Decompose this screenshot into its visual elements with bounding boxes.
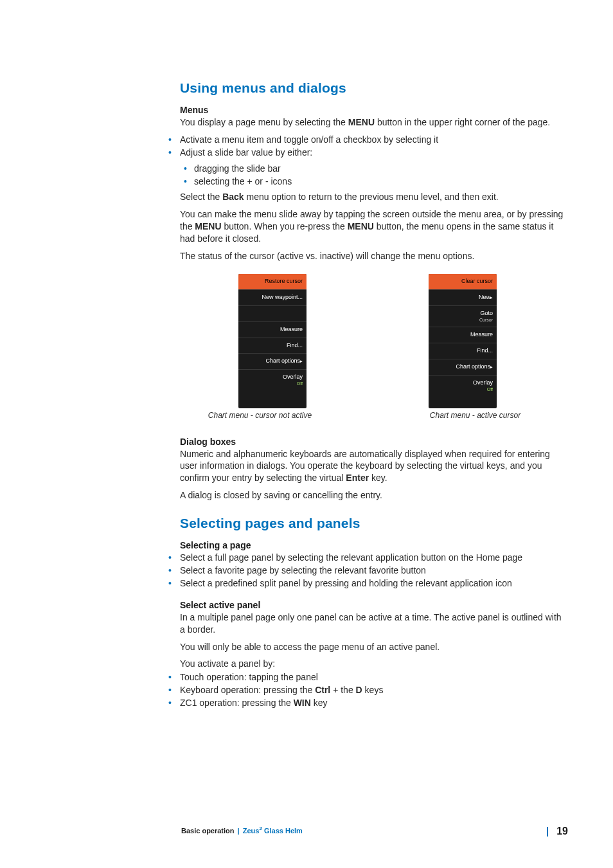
caption-right: Chart menu - active cursor (411, 411, 540, 420)
text: keys (362, 685, 384, 695)
list-item: Select a favorite page by selecting the … (168, 565, 567, 577)
figure-captions: Chart menu - cursor not active Chart men… (168, 411, 567, 420)
goto-sub: Cursor (431, 318, 493, 323)
back-ref: Back (222, 192, 244, 202)
text: key. (369, 473, 387, 483)
list-item: Touch operation: tapping the panel (168, 671, 567, 683)
text: Zeus (243, 827, 260, 835)
text: Glass Helm (262, 827, 303, 835)
selactive-p1: In a multiple panel page only one panel … (180, 611, 567, 636)
menu-ref: MENU (195, 221, 221, 231)
selactive-p3: You activate a panel by: (180, 658, 567, 670)
menus-para-cursor: The status of the cursor (active vs. ina… (180, 250, 567, 262)
list-item: ZC1 operation: pressing the WIN key (168, 697, 567, 709)
selactive-p2: You will only be able to access the page… (180, 641, 567, 653)
menus-para-back: Select the Back menu option to return to… (180, 191, 567, 203)
text: You display a page menu by selecting the (180, 117, 348, 127)
overlay-state: Off (241, 381, 303, 386)
dialog-para-1: Numeric and alphanumeric keyboards are a… (180, 448, 567, 485)
footer-left: Basic operation | Zeus2 Glass Helm (181, 826, 303, 835)
text: + the (330, 685, 355, 695)
selpage-bullets: Select a full page panel by selecting th… (168, 552, 567, 590)
list-item: Select a predefined split panel by press… (168, 577, 567, 590)
menu-item-new: New▸ (429, 289, 497, 305)
list-item: Keyboard operation: pressing the Ctrl + … (168, 684, 567, 696)
ctrl-key: Ctrl (315, 685, 330, 695)
text: Overlay (473, 379, 493, 386)
subheading-dialog-boxes: Dialog boxes (180, 437, 567, 447)
text: button. When you re-press the (222, 221, 348, 231)
list-item: Activate a menu item and toggle on/off a… (168, 134, 567, 146)
selactive-bullets: Touch operation: tapping the panel Keybo… (168, 671, 567, 709)
enter-ref: Enter (346, 473, 369, 483)
list-item: selecting the + or - icons (180, 176, 567, 188)
text: ZC1 operation: pressing the (180, 698, 294, 708)
dialog-para-2: A dialog is closed by saving or cancelli… (180, 489, 567, 502)
page-footer: Basic operation | Zeus2 Glass Helm | 19 (181, 826, 568, 837)
menu-item-find: Find... (429, 343, 497, 359)
d-key: D (356, 685, 362, 695)
heading-selecting-pages: Selecting pages and panels (180, 516, 567, 531)
text: button in the upper right corner of the … (375, 117, 550, 127)
menu-item-new-waypoint: New waypoint... (238, 289, 306, 305)
menu-item-restore-cursor: Restore cursor (238, 274, 306, 289)
menu-item-measure: Measure (429, 327, 497, 343)
win-key: WIN (294, 698, 311, 708)
list-item: dragging the slide bar (180, 163, 567, 175)
text: Goto (480, 310, 493, 316)
menus-para-1: You display a page menu by selecting the… (180, 116, 567, 129)
menu-item-measure: Measure (238, 321, 306, 338)
menu-item-spacer (238, 305, 306, 321)
content-column: Using menus and dialogs Menus You displa… (168, 80, 567, 709)
menu-ref-2: MENU (348, 221, 374, 231)
chevron-icon: ▸ (490, 295, 493, 300)
text: New (479, 294, 490, 300)
menu-left: Restore cursor New waypoint... Measure F… (238, 274, 306, 408)
menu-figures: Restore cursor New waypoint... Measure F… (168, 274, 567, 408)
chevron-icon: ▸ (490, 365, 493, 369)
menu-item-chart-options: Chart options▸ (429, 359, 497, 375)
subheading-menus: Menus (180, 105, 567, 115)
footer-right: | 19 (546, 826, 568, 837)
footer-book: Zeus2 Glass Helm (243, 827, 303, 835)
text: key (311, 698, 328, 708)
footer-sep: | (236, 827, 241, 835)
text: Chart options (456, 363, 490, 370)
heading-using-menus: Using menus and dialogs (180, 80, 567, 96)
menu-button-ref: MENU (348, 117, 375, 127)
menu-item-overlay: Overlay Off (429, 375, 497, 397)
subheading-selecting-page: Selecting a page (180, 540, 567, 550)
menus-para-slide: You can make the menu slide away by tapp… (180, 208, 567, 245)
overlay-state: Off (431, 387, 493, 392)
menu-item-goto: Goto Cursor (429, 305, 497, 327)
page-number: 19 (556, 826, 568, 837)
text: Select the (180, 192, 222, 202)
menu-item-overlay: Overlay Off (238, 369, 306, 391)
text: Keyboard operation: pressing the (180, 685, 315, 695)
text: Overlay (283, 374, 303, 380)
text: menu option to return to the previous me… (244, 192, 499, 202)
menu-item-find: Find... (238, 338, 306, 354)
footer-bar-icon: | (546, 827, 549, 836)
menu-right: Clear cursor New▸ Goto Cursor Measure Fi… (429, 274, 497, 408)
subheading-select-active: Select active panel (180, 600, 567, 610)
menu-item-chart-options: Chart options▸ (238, 353, 306, 369)
list-item: Adjust a slide bar value by either: (168, 147, 567, 159)
menus-subbullets: dragging the slide bar selecting the + o… (180, 163, 567, 188)
caption-left: Chart menu - cursor not active (196, 411, 324, 420)
list-item: Select a full page panel by selecting th… (168, 552, 567, 564)
menu-item-clear-cursor: Clear cursor (429, 274, 497, 289)
menus-bullets: Activate a menu item and toggle on/off a… (168, 134, 567, 159)
footer-chapter: Basic operation (181, 827, 235, 835)
text: Chart options (265, 357, 300, 364)
page: Using menus and dialogs Menus You displa… (0, 0, 613, 868)
chevron-icon: ▸ (300, 359, 303, 363)
